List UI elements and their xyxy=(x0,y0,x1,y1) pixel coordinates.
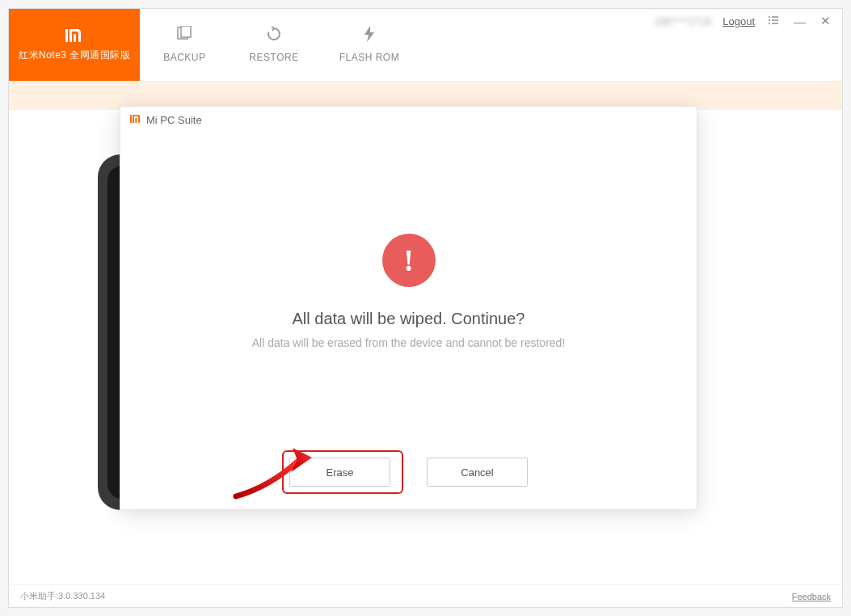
confirm-dialog: Mi PC Suite ! All data will be wiped. Co… xyxy=(120,106,697,510)
dialog-button-row: Erase Cancel xyxy=(120,458,697,487)
svg-point-2 xyxy=(769,16,770,18)
cancel-button[interactable]: Cancel xyxy=(427,458,528,487)
backup-icon xyxy=(176,26,192,47)
app-window: 红米Note3 全网通国际版 BACKUP RESTORE FLASH ROM … xyxy=(8,8,843,608)
device-label: 红米Note3 全网通国际版 xyxy=(19,49,130,62)
restore-icon xyxy=(266,26,282,47)
dialog-title: All data will be wiped. Continue? xyxy=(293,310,525,328)
backup-tab[interactable]: BACKUP xyxy=(140,9,229,81)
svg-rect-3 xyxy=(772,16,778,17)
dialog-subtitle: All data will be erased from the device … xyxy=(252,336,566,349)
warning-icon: ! xyxy=(382,234,436,287)
feedback-link[interactable]: Feedback xyxy=(792,592,831,601)
device-tab[interactable]: 红米Note3 全网通国际版 xyxy=(9,9,140,81)
svg-rect-5 xyxy=(772,19,778,20)
restore-tab[interactable]: RESTORE xyxy=(229,9,318,81)
flashrom-tab[interactable]: FLASH ROM xyxy=(319,9,420,81)
erase-button[interactable]: Erase xyxy=(289,458,390,487)
restore-label: RESTORE xyxy=(249,52,298,65)
minimize-button[interactable]: — xyxy=(792,15,807,28)
mi-logo-icon xyxy=(65,27,83,46)
menu-icon[interactable] xyxy=(766,15,781,28)
svg-rect-7 xyxy=(772,23,778,23)
main-content: mi Mi PC Suite ! All data will be wiped.… xyxy=(9,110,842,584)
username-obscured: 186****2718 xyxy=(654,15,711,27)
flash-label: FLASH ROM xyxy=(339,52,400,65)
backup-label: BACKUP xyxy=(163,52,205,65)
dialog-app-title: Mi PC Suite xyxy=(146,114,202,126)
dialog-body: ! All data will be wiped. Continue? All … xyxy=(120,133,697,349)
svg-rect-1 xyxy=(181,26,191,37)
svg-point-4 xyxy=(769,19,770,21)
close-button[interactable]: ✕ xyxy=(819,14,832,28)
flash-icon xyxy=(363,26,376,47)
svg-point-6 xyxy=(769,23,770,24)
mi-small-icon xyxy=(130,113,141,126)
window-controls: 186****2718 Logout — ✕ xyxy=(654,14,832,28)
version-text: 小米助手:3.0.330.134 xyxy=(20,590,105,602)
status-bar: 小米助手:3.0.330.134 Feedback xyxy=(9,584,842,607)
dialog-titlebar: Mi PC Suite xyxy=(120,107,697,133)
logout-link[interactable]: Logout xyxy=(723,15,755,27)
